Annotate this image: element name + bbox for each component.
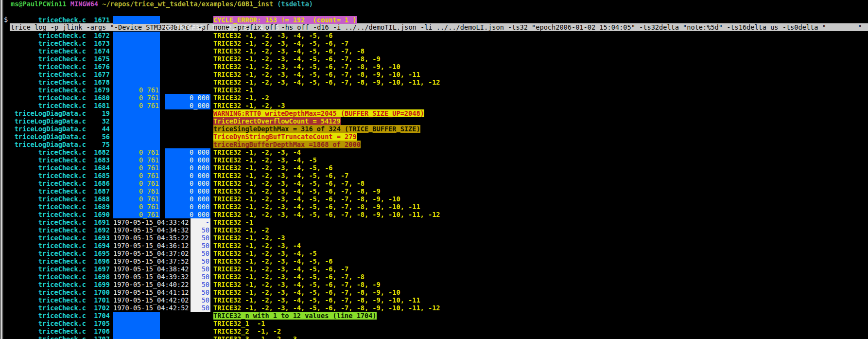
ts32-cell [113, 55, 160, 63]
ts32-cell [113, 125, 160, 133]
ts32-cell: 0_761 [113, 211, 160, 218]
log-row: triceCheck.c16820_7610_000TRICE32 -1, -2… [0, 148, 868, 156]
ts32-cell [113, 133, 160, 141]
ts32-cell [113, 32, 160, 39]
line-number: 1679 [89, 86, 110, 94]
log-message: TRICE32 -1, -2, -3, -4, -5, -6 [213, 32, 333, 39]
log-message: TriceDynStringBufTruncateCount = 279 [213, 133, 357, 141]
ts32-cell: 0_761 [113, 156, 160, 164]
source-file: triceCheck.c [0, 179, 86, 187]
log-row: triceCheck.c1673TRICE32 -1, -2, -3, -4, … [0, 39, 868, 47]
ts-delta-cell: 50 [191, 257, 210, 265]
ts32-cell [113, 109, 160, 117]
log-row: triceCheck.c17001970-05-15_04:41:1250TRI… [0, 288, 868, 296]
log-message: TRICE32 -1, -2, -3, -4, -5, -6, -7 [213, 265, 348, 273]
line-number: 1682 [89, 148, 110, 156]
ts32-cell [113, 63, 160, 71]
log-row: triceCheck.c16911970-05-15_04:33:42-TRIC… [0, 218, 868, 226]
source-file: triceCheck.c [0, 47, 86, 55]
source-file: triceCheck.c [0, 71, 86, 78]
log-message: TRICE32 -1 [213, 86, 253, 94]
log-message: TRICE32 -1, -2, -3 [213, 234, 285, 242]
log-message: TRICE32 -1, -2, -3, -4, -5, -6, -7, -8 [213, 179, 365, 187]
ts-delta-cell: 50 [191, 304, 210, 312]
log-message: TRICE32 -1, -2, -3, -4, -5, -6, -7 [213, 172, 348, 179]
ts16-cell: 0_000 [165, 203, 210, 211]
line-number: 1673 [89, 39, 110, 47]
line-number: 56 [89, 133, 110, 141]
timestamp: 1970-05-15_04:34:32 [113, 226, 189, 234]
ts32-cell: 0_761 [113, 203, 160, 211]
prompt-env: MINGW64 [70, 0, 98, 8]
line-number: 1689 [89, 203, 110, 211]
line-number: 19 [89, 109, 110, 117]
ts32-cell [113, 78, 160, 86]
line-number: 1701 [89, 296, 110, 304]
log-row: triceCheck.c16850_7610_000TRICE32 -1, -2… [0, 172, 868, 179]
ts32-cell [113, 141, 160, 148]
line-number: 1681 [89, 102, 110, 109]
source-file: triceCheck.c [0, 102, 86, 109]
prompt-user: ms@PaulPCWin11 [11, 0, 67, 8]
source-file: triceCheck.c [0, 172, 86, 179]
log-row: triceCheck.c17021970-05-15_04:42:5250TRI… [0, 304, 868, 312]
ts-delta-cell: 50 [191, 226, 210, 234]
log-row: triceCheck.c16880_7610_000TRICE32 -1, -2… [0, 195, 868, 203]
line-number: 1686 [89, 179, 110, 187]
source-file: triceLogDiagData.c [0, 141, 86, 148]
line-number: 1677 [89, 71, 110, 78]
timestamp: 1970-05-15_04:39:32 [113, 273, 189, 281]
ts16-cell: 0_000 [165, 94, 210, 102]
log-row: triceCheck.c16941970-05-15_04:36:1250TRI… [0, 242, 868, 250]
log-message: TRICE32 -1, -2, -3, -4, -5, -6, -7, -8, … [213, 211, 440, 218]
ts32-cell [113, 320, 160, 327]
source-file: triceCheck.c [0, 273, 86, 281]
log-row: triceCheck.c1677TRICE32 -1, -2, -3, -4, … [0, 71, 868, 78]
ts16-cell: 0_000 [165, 148, 210, 156]
ts32-cell: 0_761 [113, 86, 160, 94]
ts32-cell: 0_761 [113, 172, 160, 179]
log-message: TRICE32 -1, -2, -3, -4 [213, 148, 301, 156]
log-message: TRICE32 -1, -2, -3, -4, -5, -6, -7, -8, … [213, 296, 420, 304]
log-message: TriceDirectOverflowCount = 54129 [213, 117, 341, 125]
ts-delta-cell: 50 [191, 281, 210, 288]
log-row: triceLogDiagData.c44triceSingleDepthMax … [0, 125, 868, 133]
log-message: TRICE32_3 -1, -2, -3 [213, 335, 297, 339]
log-row: triceCheck.c1674TRICE32 -1, -2, -3, -4, … [0, 47, 868, 55]
ts16-cell: 0_000 [165, 164, 210, 172]
log-message: TRICE32 -1, -2, -3, -4, -5, -6, -7, -8, … [213, 78, 440, 86]
ts16-cell: 0_000 [165, 187, 210, 195]
line-number: 1691 [89, 218, 110, 226]
source-file: triceCheck.c [0, 312, 86, 320]
ts32-cell [113, 39, 160, 47]
source-file: triceCheck.c [0, 327, 86, 335]
log-message: triceSingleDepthMax = 316 of 324 (TRICE_… [213, 125, 420, 133]
command-line[interactable]: $ trice log -p jlink -args "-Device STM3… [0, 8, 868, 16]
ts32-cell [113, 312, 160, 320]
line-number: 1685 [89, 172, 110, 179]
ts32-cell [113, 335, 160, 339]
ts32-cell: 0_761 [113, 102, 160, 109]
log-row: triceCheck.c16971970-05-15_04:38:4250TRI… [0, 265, 868, 273]
line-number: 1688 [89, 195, 110, 203]
line-number: 1692 [89, 226, 110, 234]
log-row: triceCheck.c16900_7610_000TRICE32 -1, -2… [0, 211, 868, 218]
source-file: triceCheck.c [0, 218, 86, 226]
source-file: triceCheck.c [0, 32, 86, 39]
line-number: 1705 [89, 320, 110, 327]
log-message: TRICE32 -1, -2, -3, -4, -5, -6, -7, -8, … [213, 187, 381, 195]
line-number: 1671 [89, 16, 110, 24]
log-message: TRICE32_2 -1, -2 [213, 327, 281, 335]
log-message: TRICE32 -1, -2, -3, -4, -5 [213, 156, 317, 164]
prompt-line: ms@PaulPCWin11 MINGW64 ~/repos/trice_wt_… [0, 0, 868, 8]
source-file: triceCheck.c [0, 195, 86, 203]
log-row: triceLogDiagData.c19WARNING:RTT0_writeDe… [0, 109, 868, 117]
timestamp: 1970-05-15_04:33:42 [113, 218, 189, 226]
source-file: triceCheck.c [0, 265, 86, 273]
log-message: TRICE32 -1, -2, -3, -4, -5, -6, -7, -8, … [213, 304, 440, 312]
ts32-cell: 0_761 [113, 195, 160, 203]
ts16-cell: 0_000 [165, 156, 210, 164]
source-file: triceCheck.c [0, 320, 86, 327]
source-file: triceCheck.c [0, 78, 86, 86]
timestamp: 1970-05-15_04:37:52 [113, 257, 189, 265]
